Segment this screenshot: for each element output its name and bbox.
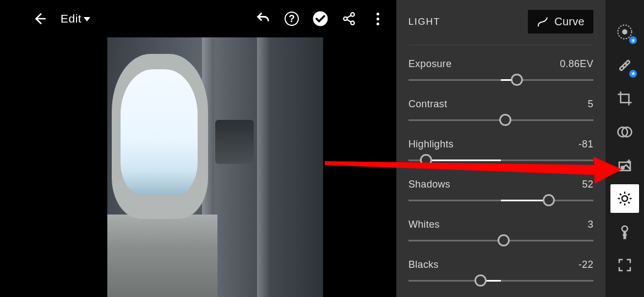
curve-button[interactable]: Curve <box>528 10 593 34</box>
editor-pane: Edit ? <box>0 0 396 297</box>
slider-label: Highlights <box>408 139 454 150</box>
svg-line-23 <box>620 194 621 195</box>
healing-icon[interactable]: ★ <box>610 51 639 80</box>
help-button[interactable]: ? <box>284 11 299 26</box>
slider-thumb[interactable] <box>420 154 432 166</box>
crop-icon[interactable] <box>610 84 639 113</box>
share-button[interactable] <box>341 11 357 26</box>
slider-exposure: Exposure0.86EV <box>408 58 593 85</box>
slider-value: 52 <box>582 179 593 190</box>
slider-thumb[interactable] <box>498 234 510 246</box>
slider-contrast: Contrast5 <box>408 98 593 125</box>
tool-rail: ★★ <box>605 0 644 297</box>
svg-rect-9 <box>619 60 630 70</box>
slider-value: -81 <box>578 139 593 150</box>
svg-line-24 <box>628 202 630 204</box>
help-icon: ? <box>285 12 299 26</box>
slider-track[interactable] <box>408 114 593 125</box>
slider-highlights: Highlights-81 <box>408 139 593 166</box>
back-button[interactable] <box>31 10 47 27</box>
svg-point-18 <box>622 196 627 201</box>
svg-line-5 <box>347 15 351 18</box>
svg-line-11 <box>625 63 627 65</box>
overflow-menu-button[interactable] <box>370 11 385 26</box>
color-temp-icon[interactable] <box>610 217 639 246</box>
versions-icon[interactable] <box>610 151 639 179</box>
svg-line-10 <box>623 66 624 68</box>
lens-profile-icon[interactable]: ★ <box>610 18 639 46</box>
slider-track[interactable] <box>408 195 593 206</box>
curve-button-label: Curve <box>554 15 585 28</box>
slider-track[interactable] <box>408 275 593 286</box>
slider-label: Whites <box>408 219 440 230</box>
slider-shadows: Shadows52 <box>408 179 593 206</box>
slider-value: -22 <box>578 259 593 271</box>
slider-label: Exposure <box>408 58 451 70</box>
panel-title: LIGHT <box>408 16 440 28</box>
slider-thumb[interactable] <box>543 194 555 206</box>
slider-whites: Whites3 <box>408 219 593 246</box>
slider-blacks: Blacks-22 <box>408 259 593 286</box>
slider-thumb[interactable] <box>474 274 487 287</box>
slider-list: Exposure0.86EVContrast5Highlights-81Shad… <box>408 50 593 289</box>
svg-point-4 <box>351 21 354 25</box>
slider-track[interactable] <box>408 235 593 246</box>
svg-line-6 <box>347 20 351 22</box>
slider-label: Blacks <box>408 259 439 271</box>
slider-thumb[interactable] <box>511 74 523 86</box>
caret-down-icon <box>84 17 90 21</box>
blue-badge-icon: ★ <box>629 70 637 78</box>
svg-point-8 <box>623 30 627 35</box>
slider-label: Contrast <box>408 98 447 110</box>
edit-mode-label: Edit <box>61 12 81 25</box>
photo-preview <box>107 37 323 297</box>
slider-value: 5 <box>588 98 593 110</box>
svg-point-3 <box>343 17 347 21</box>
slider-track[interactable] <box>408 74 593 85</box>
blue-badge-icon: ★ <box>629 36 637 44</box>
light-icon[interactable] <box>610 184 639 213</box>
edit-mode-dropdown[interactable]: Edit <box>61 12 90 25</box>
kebab-menu-icon <box>372 13 383 25</box>
masking-icon[interactable] <box>610 118 639 146</box>
slider-value: 0.86EV <box>560 58 593 70</box>
top-app-bar: Edit ? <box>0 0 396 37</box>
light-panel: LIGHT Curve Exposure0.86EVContrast5Highl… <box>396 0 605 297</box>
slider-label: Shadows <box>408 179 450 190</box>
svg-point-27 <box>622 226 627 232</box>
svg-line-26 <box>628 194 630 195</box>
fullscreen-icon[interactable] <box>610 251 639 279</box>
undo-button[interactable] <box>255 11 271 26</box>
light-panel-header: LIGHT Curve <box>408 10 593 45</box>
confirm-button[interactable] <box>313 11 328 26</box>
slider-value: 3 <box>588 219 593 230</box>
slider-thumb[interactable] <box>499 114 511 126</box>
photo-canvas[interactable] <box>0 37 396 297</box>
svg-line-25 <box>620 202 621 204</box>
slider-track[interactable] <box>408 155 593 166</box>
svg-point-2 <box>351 13 354 16</box>
